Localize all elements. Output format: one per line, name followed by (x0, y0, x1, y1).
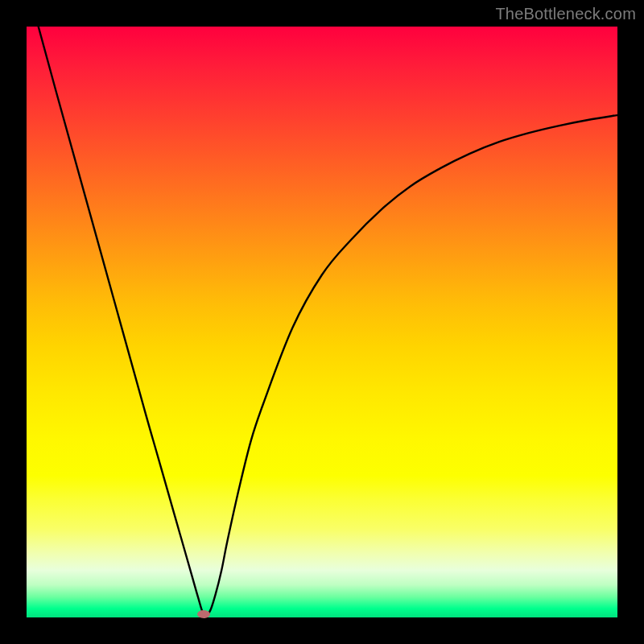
plot-area (27, 27, 617, 617)
optimum-marker (197, 610, 210, 618)
chart-frame: TheBottleneck.com (0, 0, 644, 644)
bottleneck-curve (27, 27, 617, 617)
watermark-text: TheBottleneck.com (495, 5, 636, 23)
